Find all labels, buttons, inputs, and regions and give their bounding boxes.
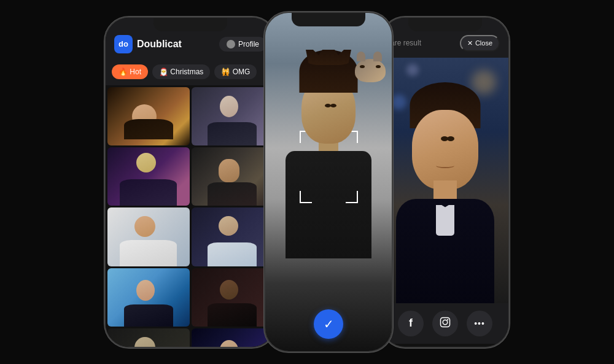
gif-item-woman[interactable] xyxy=(192,87,274,145)
gif-item-singing[interactable] xyxy=(192,328,274,347)
phone-result: are result ✕ Close xyxy=(381,17,510,348)
screen-result: are result ✕ Close xyxy=(382,18,508,347)
share-result-label: are result xyxy=(391,39,421,47)
phone-frame-2: ✓ xyxy=(264,12,393,352)
gif-item-wonka[interactable] xyxy=(107,147,190,206)
profile-icon xyxy=(227,40,235,48)
gif-item-dicaprio[interactable] xyxy=(107,87,190,145)
gif-item-ironman[interactable] xyxy=(192,147,274,206)
close-label: Close xyxy=(475,39,492,47)
checkmark-icon: ✓ xyxy=(324,317,334,331)
app-logo: do Doublicat xyxy=(114,35,182,53)
svg-rect-0 xyxy=(441,317,450,327)
phone-camera: ✓ xyxy=(264,12,393,352)
instagram-button[interactable] xyxy=(432,311,458,336)
app-name: Doublicat xyxy=(137,39,182,50)
facebook-button[interactable]: f xyxy=(398,311,424,336)
close-button[interactable]: ✕ Close xyxy=(460,35,500,52)
shutter-button[interactable]: ✓ xyxy=(314,309,343,339)
camera-view: ✓ xyxy=(265,13,392,351)
app-scene: do Doublicat Profile 🔥 Hot 🎅 C xyxy=(0,0,614,364)
gif-item-oldman[interactable] xyxy=(107,328,190,347)
profile-label: Profile xyxy=(238,40,259,48)
svg-point-1 xyxy=(443,320,448,325)
facebook-icon: f xyxy=(409,317,413,330)
gif-item-doctor[interactable] xyxy=(192,207,274,266)
close-icon: ✕ xyxy=(467,39,473,47)
gif-grid xyxy=(106,85,275,347)
app-header: do Doublicat Profile xyxy=(106,18,275,60)
gif-item-kanye[interactable] xyxy=(192,268,274,327)
phone-frame-1: do Doublicat Profile 🔥 Hot 🎅 C xyxy=(104,17,276,348)
logo-icon: do xyxy=(114,35,133,53)
profile-button[interactable]: Profile xyxy=(219,37,266,52)
instagram-icon xyxy=(440,317,451,330)
tab-christmas[interactable]: 🎅 Christmas xyxy=(152,64,210,79)
share-actions: f ••• xyxy=(382,303,508,344)
more-options-button[interactable]: ••• xyxy=(467,311,492,336)
cat-overlay xyxy=(355,59,389,87)
gif-item-pratt[interactable] xyxy=(107,207,190,266)
phone-browse: do Doublicat Profile 🔥 Hot 🎅 C xyxy=(104,17,276,348)
result-header: are result ✕ Close xyxy=(382,18,508,58)
screen-camera: ✓ xyxy=(265,13,392,351)
screen-browse: do Doublicat Profile 🔥 Hot 🎅 C xyxy=(106,18,275,347)
svg-point-2 xyxy=(447,319,448,320)
category-tabs: 🔥 Hot 🎅 Christmas 🙀 OMG xyxy=(106,60,275,85)
more-icon: ••• xyxy=(474,319,485,328)
gif-item-marion[interactable] xyxy=(107,268,190,327)
tab-omg[interactable]: 🙀 OMG xyxy=(214,64,257,79)
result-image xyxy=(382,58,508,303)
tab-hot[interactable]: 🔥 Hot xyxy=(112,64,148,79)
phone-frame-3: are result ✕ Close xyxy=(381,17,510,348)
